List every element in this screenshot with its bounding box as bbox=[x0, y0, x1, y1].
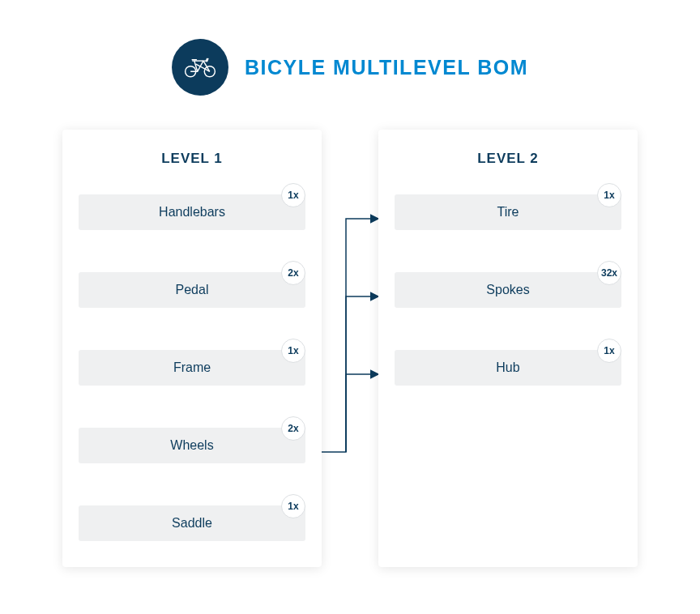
bom-item: Spokes 32x bbox=[395, 272, 621, 308]
bom-item-label: Frame bbox=[79, 350, 305, 386]
bom-item: Frame 1x bbox=[79, 350, 305, 386]
bom-item: Wheels 2x bbox=[79, 428, 305, 463]
bom-item: Handlebars 1x bbox=[79, 194, 305, 230]
bom-item-label: Saddle bbox=[79, 505, 305, 541]
bicycle-icon bbox=[172, 39, 228, 96]
bom-item-label: Spokes bbox=[395, 272, 621, 308]
bom-item-label: Hub bbox=[395, 350, 621, 386]
bom-item: Saddle 1x bbox=[79, 505, 305, 541]
bom-item-qty: 1x bbox=[281, 494, 305, 518]
diagram-title: BICYLE MULTILEVEL BOM bbox=[245, 56, 528, 79]
bom-item-qty: 2x bbox=[281, 261, 305, 285]
bom-item-qty: 32x bbox=[597, 261, 621, 285]
bom-item-qty: 1x bbox=[281, 183, 305, 207]
bom-item-qty: 1x bbox=[281, 339, 305, 363]
bom-item-label: Wheels bbox=[79, 428, 305, 463]
level-title: LEVEL 1 bbox=[79, 151, 305, 167]
level-panel-2: LEVEL 2 Tire 1x Spokes 32x Hub 1x bbox=[378, 130, 638, 567]
level-panel-1: LEVEL 1 Handlebars 1x Pedal 2x Frame 1x … bbox=[62, 130, 322, 567]
bom-item-label: Pedal bbox=[79, 272, 305, 308]
diagram-header: BICYLE MULTILEVEL BOM bbox=[0, 0, 700, 128]
bom-item: Hub 1x bbox=[395, 350, 621, 386]
bom-item-qty: 1x bbox=[597, 183, 621, 207]
bom-item-label: Tire bbox=[395, 194, 621, 230]
bom-item: Pedal 2x bbox=[79, 272, 305, 308]
bom-item: Tire 1x bbox=[395, 194, 621, 230]
level-title: LEVEL 2 bbox=[395, 151, 621, 167]
bom-item-label: Handlebars bbox=[79, 194, 305, 230]
bom-item-qty: 2x bbox=[281, 416, 305, 441]
bom-item-qty: 1x bbox=[597, 339, 621, 363]
levels-container: LEVEL 1 Handlebars 1x Pedal 2x Frame 1x … bbox=[0, 130, 700, 567]
